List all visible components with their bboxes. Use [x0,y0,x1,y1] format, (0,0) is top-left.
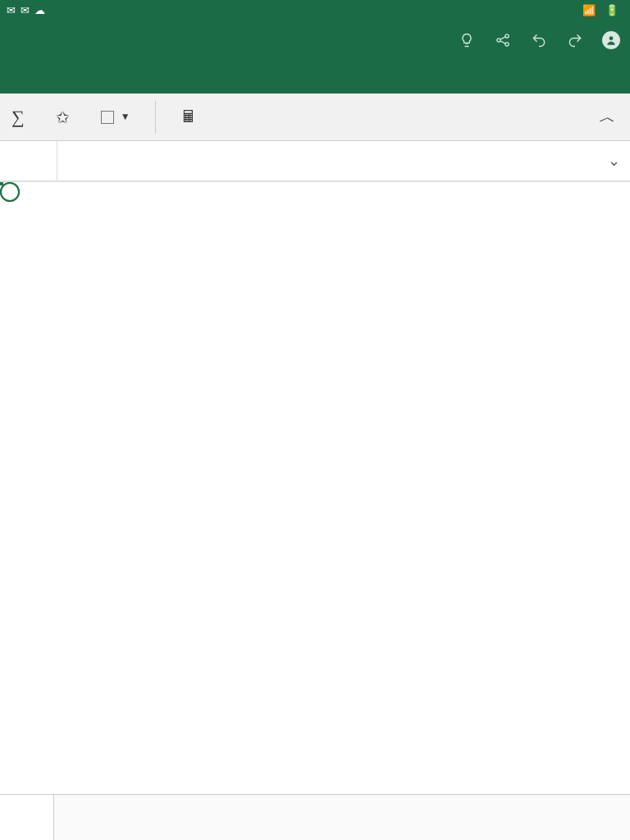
share-icon[interactable] [494,31,512,49]
calculate-now-button[interactable]: 🖩 [180,107,203,126]
cloud-icon: ☁ [34,4,45,16]
formula-bar: ⌄ [0,141,630,182]
fx-label[interactable] [0,141,57,180]
expand-formula-icon[interactable]: ⌄ [597,152,630,170]
wifi-icon: 📶 [582,4,596,16]
recently-used-button[interactable]: ✩ [56,107,76,127]
star-icon: ✩ [56,107,70,127]
more-functions-button[interactable]: ▼ [101,111,130,124]
svg-point-3 [609,36,614,40]
ribbon: ∑ ✩ ▼ 🖩 ︿ [0,94,630,141]
autosum-button[interactable]: ∑ [11,107,31,128]
ribbon-tabs [0,61,630,94]
battery-icon: 🔋 [605,4,619,16]
status-bar: ✉ ✉ ☁ 📶 🔋 [0,0,630,20]
undo-icon[interactable] [530,31,548,49]
status-right: 📶 🔋 [582,4,623,16]
separator [155,101,156,134]
tips-icon[interactable] [458,31,476,49]
calculator-icon: 🖩 [180,107,197,126]
grid-icon [101,111,114,124]
add-sheet-button[interactable] [0,795,54,840]
selection-handle-br[interactable] [0,182,20,202]
collapse-ribbon-icon[interactable]: ︿ [599,106,615,128]
sheet-tabs-bar [0,794,630,840]
title-bar [0,20,630,61]
dropdown-icon: ▼ [121,111,130,123]
selection-outline [0,182,3,185]
status-left: ✉ ✉ ☁ [7,4,50,16]
formula-input[interactable] [57,141,597,180]
mail2-icon: ✉ [21,4,30,16]
redo-icon[interactable] [566,31,584,49]
avatar[interactable] [602,31,620,49]
selection-handle-tl[interactable] [0,182,20,202]
mail-icon: ✉ [7,4,16,16]
sigma-icon: ∑ [11,107,25,128]
